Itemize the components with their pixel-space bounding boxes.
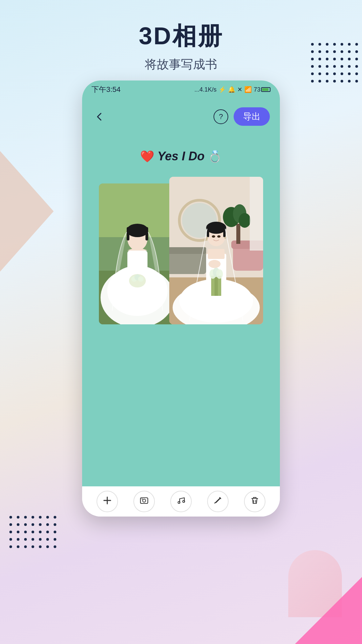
svg-point-49 xyxy=(142,498,143,499)
back-button[interactable] xyxy=(92,109,107,124)
top-nav: ? 导出 xyxy=(92,104,270,132)
header: 3D相册 将故事写成书 xyxy=(0,0,362,73)
music-button[interactable] xyxy=(170,491,192,512)
svg-rect-31 xyxy=(208,249,225,259)
photo-button[interactable] xyxy=(133,491,155,512)
music-icon xyxy=(176,496,186,507)
album-title-text: ❤️ Yes I Do 💍 xyxy=(92,149,270,163)
photo-container xyxy=(99,177,263,331)
bg-triangle-left xyxy=(0,151,54,272)
svg-rect-23 xyxy=(236,224,240,244)
sim-icon: ✕ xyxy=(237,86,242,93)
svg-point-50 xyxy=(178,501,180,503)
status-time: 下午3:54 xyxy=(92,85,121,95)
help-icon: ? xyxy=(219,112,223,121)
edit-button[interactable] xyxy=(207,491,229,512)
svg-point-44 xyxy=(216,269,223,279)
bluetooth-icon: ⚡ xyxy=(219,86,226,93)
svg-rect-22 xyxy=(169,247,206,254)
svg-point-13 xyxy=(138,276,143,282)
ring-emoji: 💍 xyxy=(208,150,222,163)
delete-icon xyxy=(250,496,259,507)
svg-point-37 xyxy=(206,237,208,239)
svg-rect-35 xyxy=(207,225,209,237)
status-icons: ...4.1K/s ⚡ 🔔 ✕ 📶 73 xyxy=(194,86,270,93)
signal-icon: ...4.1K/s xyxy=(194,86,217,93)
battery-box xyxy=(261,87,270,92)
alarm-icon: 🔔 xyxy=(228,86,235,93)
app-subtitle: 将故事写成书 xyxy=(0,56,362,73)
export-button[interactable]: 导出 xyxy=(234,107,270,126)
dots-bottom-left xyxy=(7,513,40,557)
heart-emoji: ❤️ xyxy=(140,150,154,163)
add-button[interactable] xyxy=(97,491,118,512)
svg-point-26 xyxy=(239,213,251,228)
photo-icon xyxy=(139,496,149,507)
edit-icon xyxy=(213,496,223,507)
delete-button[interactable] xyxy=(244,491,265,512)
battery-indicator: 73 xyxy=(254,86,270,93)
help-button[interactable]: ? xyxy=(214,109,228,124)
svg-rect-9 xyxy=(145,227,148,240)
nav-right: ? 导出 xyxy=(214,107,270,126)
album-title-area: ❤️ Yes I Do 💍 xyxy=(92,132,270,177)
svg-point-46 xyxy=(217,235,221,238)
wifi-icon: 📶 xyxy=(244,86,252,93)
battery-fill xyxy=(262,88,268,91)
status-bar: 下午3:54 ...4.1K/s ⚡ 🔔 ✕ 📶 73 xyxy=(82,80,280,97)
photo-left xyxy=(99,183,176,324)
svg-point-38 xyxy=(224,237,226,239)
photo-section xyxy=(92,177,270,338)
svg-rect-27 xyxy=(250,177,263,251)
bottom-toolbar xyxy=(82,486,280,517)
svg-rect-8 xyxy=(127,227,129,240)
svg-rect-47 xyxy=(140,498,148,503)
bg-shape-bottom-right xyxy=(295,543,362,644)
app-content: ? 导出 ❤️ Yes I Do 💍 xyxy=(82,97,280,486)
svg-point-51 xyxy=(183,500,185,502)
svg-point-48 xyxy=(143,499,146,502)
svg-point-32 xyxy=(208,260,221,268)
album-title: Yes I Do xyxy=(158,149,205,163)
photo-right xyxy=(169,177,263,324)
svg-point-7 xyxy=(127,224,148,237)
phone-mockup: 下午3:54 ...4.1K/s ⚡ 🔔 ✕ 📶 73 xyxy=(82,80,280,517)
svg-rect-5 xyxy=(127,251,147,294)
svg-point-45 xyxy=(212,235,215,238)
battery-level: 73 xyxy=(254,86,260,93)
app-title: 3D相册 xyxy=(0,20,362,52)
svg-rect-36 xyxy=(223,225,226,237)
add-icon xyxy=(103,496,112,507)
